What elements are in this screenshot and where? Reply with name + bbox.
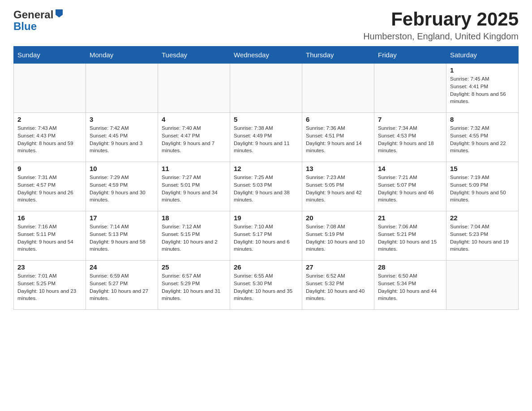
page-header: General Blue February 2025 Humberston, E… (13, 9, 519, 42)
day-number: 8 (450, 116, 515, 123)
day-number: 3 (90, 116, 154, 123)
calendar-cell: 24Sunrise: 6:59 AMSunset: 5:27 PMDayligh… (86, 261, 158, 310)
title-area: February 2025 Humberston, England, Unite… (363, 9, 519, 42)
calendar-header-cell: Tuesday (158, 47, 230, 64)
day-number: 16 (17, 214, 82, 222)
day-info: Sunrise: 6:52 AMSunset: 5:32 PMDaylight:… (306, 272, 370, 302)
calendar-cell: 26Sunrise: 6:55 AMSunset: 5:30 PMDayligh… (230, 261, 302, 310)
day-info: Sunrise: 7:01 AMSunset: 5:25 PMDaylight:… (17, 272, 82, 302)
day-number: 17 (90, 214, 154, 222)
logo: General Blue (13, 9, 64, 33)
logo-general: General (13, 9, 64, 21)
calendar-cell (158, 64, 230, 113)
day-number: 10 (90, 165, 154, 172)
day-number: 28 (378, 263, 442, 271)
day-info: Sunrise: 6:59 AMSunset: 5:27 PMDaylight:… (90, 272, 154, 302)
day-number: 6 (306, 116, 370, 123)
day-number: 26 (234, 263, 298, 271)
page-subtitle: Humberston, England, United Kingdom (363, 31, 519, 42)
calendar-row: 1Sunrise: 7:45 AMSunset: 4:41 PMDaylight… (14, 64, 519, 113)
calendar-cell: 10Sunrise: 7:29 AMSunset: 4:59 PMDayligh… (86, 162, 158, 211)
day-info: Sunrise: 7:34 AMSunset: 4:53 PMDaylight:… (378, 124, 442, 154)
day-number: 1 (450, 66, 515, 74)
day-info: Sunrise: 7:21 AMSunset: 5:07 PMDaylight:… (378, 174, 442, 204)
day-info: Sunrise: 7:36 AMSunset: 4:51 PMDaylight:… (306, 124, 370, 154)
calendar-cell: 4Sunrise: 7:40 AMSunset: 4:47 PMDaylight… (158, 113, 230, 162)
day-info: Sunrise: 7:31 AMSunset: 4:57 PMDaylight:… (17, 174, 82, 204)
calendar-header-cell: Sunday (14, 47, 86, 64)
day-info: Sunrise: 6:55 AMSunset: 5:30 PMDaylight:… (234, 272, 298, 302)
logo-text: General Blue (13, 9, 64, 33)
day-number: 21 (378, 214, 442, 222)
day-info: Sunrise: 7:38 AMSunset: 4:49 PMDaylight:… (234, 124, 298, 154)
calendar-cell: 1Sunrise: 7:45 AMSunset: 4:41 PMDaylight… (446, 64, 519, 113)
calendar-cell: 7Sunrise: 7:34 AMSunset: 4:53 PMDaylight… (374, 113, 446, 162)
day-number: 9 (17, 165, 82, 172)
calendar-cell: 18Sunrise: 7:12 AMSunset: 5:15 PMDayligh… (158, 211, 230, 261)
day-info: Sunrise: 7:12 AMSunset: 5:15 PMDaylight:… (162, 223, 226, 253)
day-info: Sunrise: 7:14 AMSunset: 5:13 PMDaylight:… (90, 223, 154, 253)
calendar-cell: 9Sunrise: 7:31 AMSunset: 4:57 PMDaylight… (14, 162, 86, 211)
day-number: 2 (17, 116, 82, 123)
calendar-cell (374, 64, 446, 113)
calendar-cell: 13Sunrise: 7:23 AMSunset: 5:05 PMDayligh… (302, 162, 374, 211)
day-info: Sunrise: 7:10 AMSunset: 5:17 PMDaylight:… (234, 223, 298, 253)
day-info: Sunrise: 7:23 AMSunset: 5:05 PMDaylight:… (306, 174, 370, 204)
day-info: Sunrise: 7:19 AMSunset: 5:09 PMDaylight:… (450, 174, 515, 204)
svg-marker-0 (56, 9, 63, 17)
calendar-cell (230, 64, 302, 113)
day-number: 4 (162, 116, 226, 123)
day-info: Sunrise: 7:43 AMSunset: 4:43 PMDaylight:… (17, 124, 82, 154)
day-info: Sunrise: 6:50 AMSunset: 5:34 PMDaylight:… (378, 272, 442, 302)
calendar-cell: 6Sunrise: 7:36 AMSunset: 4:51 PMDaylight… (302, 113, 374, 162)
calendar-header-cell: Wednesday (230, 47, 302, 64)
calendar-cell: 14Sunrise: 7:21 AMSunset: 5:07 PMDayligh… (374, 162, 446, 211)
calendar-cell: 12Sunrise: 7:25 AMSunset: 5:03 PMDayligh… (230, 162, 302, 211)
calendar-cell: 25Sunrise: 6:57 AMSunset: 5:29 PMDayligh… (158, 261, 230, 310)
page-title: February 2025 (363, 9, 519, 30)
day-number: 20 (306, 214, 370, 222)
calendar-cell: 11Sunrise: 7:27 AMSunset: 5:01 PMDayligh… (158, 162, 230, 211)
calendar-cell (86, 64, 158, 113)
calendar-header: SundayMondayTuesdayWednesdayThursdayFrid… (14, 47, 519, 64)
day-info: Sunrise: 7:32 AMSunset: 4:55 PMDaylight:… (450, 124, 515, 154)
calendar-row: 9Sunrise: 7:31 AMSunset: 4:57 PMDaylight… (14, 162, 519, 211)
day-info: Sunrise: 7:25 AMSunset: 5:03 PMDaylight:… (234, 174, 298, 204)
calendar-cell: 21Sunrise: 7:06 AMSunset: 5:21 PMDayligh… (374, 211, 446, 261)
calendar-cell: 27Sunrise: 6:52 AMSunset: 5:32 PMDayligh… (302, 261, 374, 310)
day-number: 14 (378, 165, 442, 172)
calendar-cell: 22Sunrise: 7:04 AMSunset: 5:23 PMDayligh… (446, 211, 519, 261)
logo-arrow-icon (55, 8, 64, 20)
calendar-header-cell: Saturday (446, 47, 519, 64)
calendar-table: SundayMondayTuesdayWednesdayThursdayFrid… (13, 46, 519, 310)
day-number: 13 (306, 165, 370, 172)
calendar-cell: 16Sunrise: 7:16 AMSunset: 5:11 PMDayligh… (14, 211, 86, 261)
calendar-cell (302, 64, 374, 113)
day-number: 5 (234, 116, 298, 123)
calendar-cell: 8Sunrise: 7:32 AMSunset: 4:55 PMDaylight… (446, 113, 519, 162)
day-info: Sunrise: 7:42 AMSunset: 4:45 PMDaylight:… (90, 124, 154, 154)
day-info: Sunrise: 7:06 AMSunset: 5:21 PMDaylight:… (378, 223, 442, 253)
calendar-cell: 15Sunrise: 7:19 AMSunset: 5:09 PMDayligh… (446, 162, 519, 211)
day-info: Sunrise: 6:57 AMSunset: 5:29 PMDaylight:… (162, 272, 226, 302)
calendar-row: 2Sunrise: 7:43 AMSunset: 4:43 PMDaylight… (14, 113, 519, 162)
day-number: 25 (162, 263, 226, 271)
day-number: 18 (162, 214, 226, 222)
day-info: Sunrise: 7:16 AMSunset: 5:11 PMDaylight:… (17, 223, 82, 253)
calendar-cell (14, 64, 86, 113)
day-number: 12 (234, 165, 298, 172)
day-info: Sunrise: 7:27 AMSunset: 5:01 PMDaylight:… (162, 174, 226, 204)
logo-blue: Blue (13, 21, 64, 32)
day-number: 22 (450, 214, 515, 222)
day-info: Sunrise: 7:04 AMSunset: 5:23 PMDaylight:… (450, 223, 515, 253)
day-number: 27 (306, 263, 370, 271)
day-number: 24 (90, 263, 154, 271)
calendar-header-cell: Monday (86, 47, 158, 64)
calendar-header-cell: Thursday (302, 47, 374, 64)
day-number: 19 (234, 214, 298, 222)
day-info: Sunrise: 7:08 AMSunset: 5:19 PMDaylight:… (306, 223, 370, 253)
calendar-header-cell: Friday (374, 47, 446, 64)
calendar-cell: 28Sunrise: 6:50 AMSunset: 5:34 PMDayligh… (374, 261, 446, 310)
day-info: Sunrise: 7:29 AMSunset: 4:59 PMDaylight:… (90, 174, 154, 204)
day-info: Sunrise: 7:45 AMSunset: 4:41 PMDaylight:… (450, 75, 515, 105)
